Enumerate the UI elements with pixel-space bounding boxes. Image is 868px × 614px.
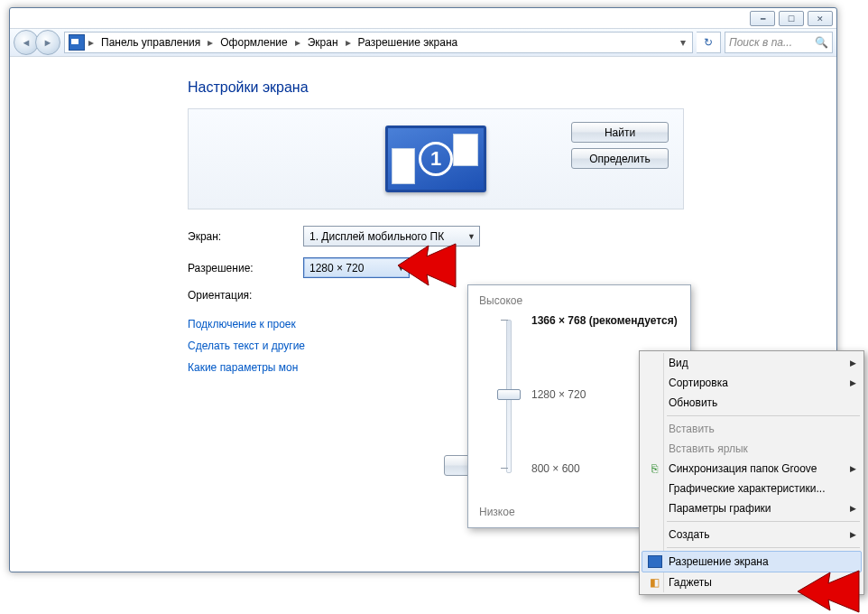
chevron-right-icon: ▶ xyxy=(850,464,856,473)
detect-button[interactable]: Определить xyxy=(571,148,669,169)
projector-link[interactable]: Подключение к проек xyxy=(188,318,296,330)
chevron-right-icon: ▶ xyxy=(850,378,856,387)
breadcrumb-item[interactable]: Панель управления xyxy=(96,36,206,49)
menu-separator xyxy=(667,547,860,548)
breadcrumb-item[interactable]: Оформление xyxy=(215,36,292,49)
resolution-value: 1280 × 720 xyxy=(309,262,364,274)
slider-thumb[interactable] xyxy=(497,389,521,400)
search-placeholder: Поиск в па... xyxy=(729,36,792,49)
chevron-right-icon: ▶ xyxy=(850,504,856,513)
ctx-sort[interactable]: Сортировка▶ xyxy=(642,373,862,393)
chevron-right-icon: ▸ xyxy=(344,36,353,49)
label-orientation: Ориентация: xyxy=(188,289,303,302)
slider-tick xyxy=(501,320,508,321)
annotation-arrow-icon xyxy=(392,240,465,294)
chevron-right-icon: ▶ xyxy=(850,530,856,539)
chevron-right-icon: ▸ xyxy=(206,36,215,49)
close-button[interactable]: ✕ xyxy=(808,11,833,26)
chevron-down-icon[interactable]: ▾ xyxy=(676,36,690,49)
ctx-groove-sync[interactable]: ⎘Синхронизация папок Groove▶ xyxy=(642,459,862,479)
resolution-slider[interactable]: 1366 × 768 (рекомендуется) 1280 × 720 80… xyxy=(495,316,658,479)
slider-high-label: Высокое xyxy=(479,294,679,307)
find-button[interactable]: Найти xyxy=(571,122,669,143)
ctx-view[interactable]: Вид▶ xyxy=(642,353,862,373)
gadgets-icon: ◧ xyxy=(647,575,661,590)
slider-low-label: Низкое xyxy=(479,506,515,518)
chevron-right-icon: ▸ xyxy=(293,36,302,49)
slider-tick xyxy=(501,468,508,469)
breadcrumb[interactable]: ▸ Панель управления ▸ Оформление ▸ Экран… xyxy=(64,32,693,53)
ctx-graphics-params[interactable]: Параметры графики▶ xyxy=(642,498,862,518)
ctx-graphics-props[interactable]: Графические характеристики... xyxy=(642,479,862,498)
page-title: Настройки экрана xyxy=(188,79,836,96)
forward-button[interactable]: ► xyxy=(35,30,60,55)
search-icon: 🔍 xyxy=(815,36,828,49)
address-bar: ◄ ► ▸ Панель управления ▸ Оформление ▸ Э… xyxy=(10,28,836,57)
label-screen: Экран: xyxy=(188,230,303,243)
chevron-down-icon: ▼ xyxy=(467,232,476,241)
monitor-params-link[interactable]: Какие параметры мон xyxy=(188,361,298,374)
ctx-paste-shortcut: Вставить ярлык xyxy=(642,439,862,459)
chevron-right-icon: ▶ xyxy=(850,358,856,367)
ctx-paste: Вставить xyxy=(642,419,862,439)
svg-marker-0 xyxy=(398,244,456,287)
window-controls: ━ ☐ ✕ xyxy=(750,11,833,26)
monitor-icon xyxy=(648,555,662,568)
titlebar: ━ ☐ ✕ xyxy=(10,8,836,28)
groove-icon: ⎘ xyxy=(647,461,661,476)
breadcrumb-item[interactable]: Разрешение экрана xyxy=(353,36,464,49)
menu-separator xyxy=(667,521,860,522)
resolution-option: 1280 × 720 xyxy=(531,388,586,401)
nav-buttons: ◄ ► xyxy=(14,30,60,55)
display-preview-box: 1 Найти Определить xyxy=(188,108,684,209)
chevron-right-icon: ▸ xyxy=(87,36,96,49)
label-resolution: Разрешение: xyxy=(188,262,303,274)
resolution-option-recommended: 1366 × 768 (рекомендуется) xyxy=(531,314,678,327)
desktop-context-menu: Вид▶ Сортировка▶ Обновить Вставить Встав… xyxy=(639,350,864,595)
annotation-arrow-icon xyxy=(794,567,866,614)
ctx-refresh[interactable]: Обновить xyxy=(642,393,862,413)
search-input[interactable]: Поиск в па... 🔍 xyxy=(725,32,833,53)
text-size-link[interactable]: Сделать текст и другие xyxy=(188,340,305,352)
monitor-number: 1 xyxy=(419,142,453,176)
window-mini-icon xyxy=(392,148,415,184)
maximize-button[interactable]: ☐ xyxy=(779,11,804,26)
window-mini-icon xyxy=(453,134,478,166)
monitor-thumbnail[interactable]: 1 xyxy=(385,126,486,192)
minimize-button[interactable]: ━ xyxy=(750,11,775,26)
breadcrumb-item[interactable]: Экран xyxy=(302,36,344,49)
svg-marker-1 xyxy=(798,571,859,612)
ctx-create[interactable]: Создать▶ xyxy=(642,525,862,544)
menu-separator xyxy=(667,415,860,416)
resolution-option: 800 × 600 xyxy=(531,462,580,475)
refresh-button[interactable]: ↻ xyxy=(697,32,721,53)
control-panel-icon xyxy=(69,34,85,51)
